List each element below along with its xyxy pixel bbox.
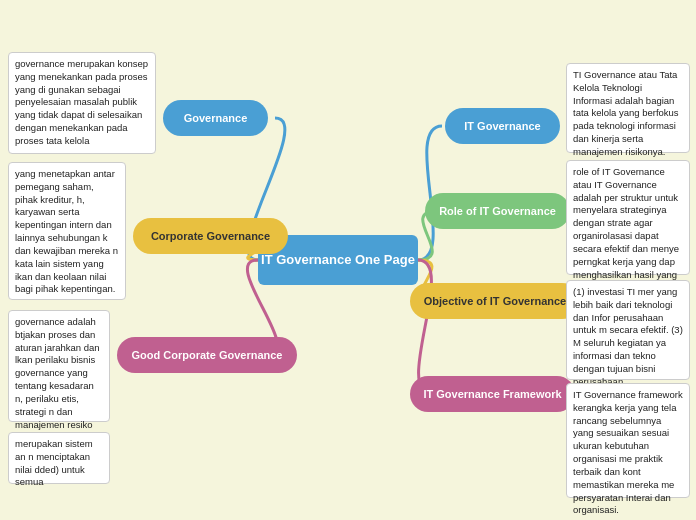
text-objective: (1) investasi TI mer yang lebih baik dar… [566,280,690,380]
corporate-node[interactable]: Corporate Governance [133,218,288,254]
text-governance: governance merupakan konsep yang menekan… [8,52,156,154]
text-it-governance: TI Governance atau Tata Kelola Teknologi… [566,63,690,153]
text-good-corporate: governance adalah btjakan proses dan atu… [8,310,110,422]
mind-map-container: IT Governance One Page IT Governance Rol… [0,0,696,520]
framework-node[interactable]: IT Governance Framework [410,376,575,412]
text-corporate: yang menetapkan antar pemegang saham, pi… [8,162,126,300]
it-governance-node[interactable]: IT Governance [445,108,560,144]
good-corporate-node[interactable]: Good Corporate Governance [117,337,297,373]
text-good-corporate2: merupakan sistem an n menciptakan nilai … [8,432,110,484]
governance-node[interactable]: Governance [163,100,268,136]
text-framework: IT Governance framework kerangka kerja y… [566,383,690,498]
objective-node[interactable]: Objective of IT Governance [410,283,580,319]
role-node[interactable]: Role of IT Governance [425,193,570,229]
text-role: role of IT Governance atau IT Governance… [566,160,690,275]
